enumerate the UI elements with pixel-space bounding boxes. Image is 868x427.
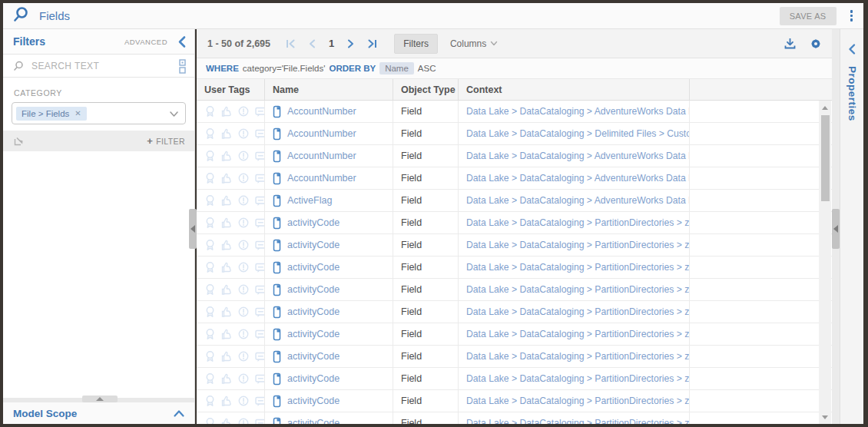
row-context-link[interactable]: Data Lake > DataCataloging > PartitionDi…	[466, 373, 690, 384]
certify-badge-icon[interactable]	[204, 105, 216, 118]
certify-badge-icon[interactable]	[204, 283, 216, 296]
category-select[interactable]: File > Fields ✕	[12, 102, 186, 124]
alert-info-icon[interactable]	[237, 150, 250, 162]
comment-icon[interactable]	[254, 418, 265, 425]
alert-info-icon[interactable]	[237, 127, 250, 140]
comment-icon[interactable]	[254, 262, 265, 273]
comment-icon[interactable]	[254, 373, 265, 385]
certify-badge-icon[interactable]	[204, 328, 216, 340]
model-scope-chevron-up-icon[interactable]	[173, 409, 185, 418]
thumbs-up-icon[interactable]	[220, 328, 233, 340]
table-row[interactable]: activityCode Field Data Lake > DataCatal…	[197, 346, 832, 368]
comment-icon[interactable]	[254, 173, 265, 184]
table-row[interactable]: ActiveFlag Field Data Lake > DataCatalog…	[197, 190, 832, 212]
thumbs-up-icon[interactable]	[220, 172, 233, 184]
row-context-link[interactable]: Data Lake > DataCataloging > PartitionDi…	[466, 329, 690, 339]
certify-badge-icon[interactable]	[204, 395, 216, 407]
alert-info-icon[interactable]	[237, 239, 250, 251]
row-context-link[interactable]: Data Lake > DataCataloging > PartitionDi…	[466, 262, 690, 273]
certify-badge-icon[interactable]	[204, 239, 216, 251]
search-options-icon[interactable]	[177, 58, 187, 74]
table-row[interactable]: activityCode Field Data Lake > DataCatal…	[197, 412, 832, 424]
row-name-link[interactable]: ActiveFlag	[287, 195, 332, 206]
last-page-icon[interactable]	[363, 36, 382, 51]
row-name-link[interactable]: activityCode	[287, 240, 340, 250]
thumbs-up-icon[interactable]	[220, 283, 233, 296]
alert-info-icon[interactable]	[237, 328, 250, 340]
row-context-link[interactable]: Data Lake > DataCataloging > AdventureWo…	[466, 173, 690, 184]
comment-icon[interactable]	[254, 151, 265, 162]
scrollbar-thumb[interactable]	[821, 115, 830, 201]
thumbs-up-icon[interactable]	[220, 395, 233, 407]
horizontal-splitter[interactable]	[3, 398, 194, 402]
comment-icon[interactable]	[254, 128, 265, 140]
row-context-link[interactable]: Data Lake > DataCataloging > Delimited F…	[466, 128, 690, 139]
row-name-link[interactable]: AccountNumber	[287, 151, 356, 161]
table-row[interactable]: AccountNumber Field Data Lake > DataCata…	[197, 167, 832, 190]
table-row[interactable]: activityCode Field Data Lake > DataCatal…	[197, 257, 832, 279]
properties-splitter-handle[interactable]	[832, 209, 840, 249]
alert-info-icon[interactable]	[237, 372, 250, 385]
table-row[interactable]: activityCode Field Data Lake > DataCatal…	[197, 323, 832, 346]
alert-info-icon[interactable]	[237, 194, 250, 207]
certify-badge-icon[interactable]	[204, 150, 216, 162]
certify-badge-icon[interactable]	[204, 372, 216, 385]
certify-badge-icon[interactable]	[204, 127, 216, 140]
sidebar-splitter-handle[interactable]	[189, 209, 197, 249]
row-context-link[interactable]: Data Lake > DataCataloging > PartitionDi…	[466, 240, 690, 250]
comment-icon[interactable]	[254, 217, 265, 229]
certify-badge-icon[interactable]	[204, 172, 216, 184]
row-name-link[interactable]: activityCode	[287, 306, 340, 317]
prev-page-icon[interactable]	[303, 36, 320, 51]
certify-badge-icon[interactable]	[204, 261, 216, 273]
row-context-link[interactable]: Data Lake > DataCataloging > AdventureWo…	[466, 151, 690, 161]
table-row[interactable]: activityCode Field Data Lake > DataCatal…	[197, 212, 832, 234]
thumbs-up-icon[interactable]	[220, 261, 233, 273]
columns-dropdown[interactable]: Columns	[450, 38, 498, 49]
save-as-button[interactable]: SAVE AS	[780, 7, 837, 25]
settings-gear-icon[interactable]	[809, 37, 823, 51]
alert-info-icon[interactable]	[237, 172, 250, 184]
row-name-link[interactable]: activityCode	[287, 396, 340, 406]
row-name-link[interactable]: activityCode	[287, 418, 340, 424]
thumbs-up-icon[interactable]	[220, 150, 233, 162]
alert-info-icon[interactable]	[237, 417, 250, 424]
alert-info-icon[interactable]	[237, 283, 250, 296]
row-name-link[interactable]: activityCode	[287, 329, 340, 339]
properties-panel[interactable]: Properties	[840, 29, 863, 424]
next-page-icon[interactable]	[343, 36, 359, 51]
row-context-link[interactable]: Data Lake > DataCataloging > PartitionDi…	[466, 396, 690, 406]
thumbs-up-icon[interactable]	[220, 372, 233, 385]
column-header-user-tags[interactable]: User Tags	[197, 79, 265, 100]
row-context-link[interactable]: Data Lake > DataCataloging > PartitionDi…	[466, 351, 690, 362]
row-name-link[interactable]: activityCode	[287, 373, 340, 384]
comment-icon[interactable]	[254, 306, 265, 318]
comment-icon[interactable]	[254, 351, 265, 362]
table-row[interactable]: AccountNumber Field Data Lake > DataCata…	[197, 123, 832, 145]
thumbs-up-icon[interactable]	[220, 239, 233, 251]
thumbs-up-icon[interactable]	[220, 194, 233, 207]
chip-close-icon[interactable]: ✕	[75, 109, 81, 118]
diagonal-arrow-icon[interactable]	[12, 134, 25, 147]
row-context-link[interactable]: Data Lake > DataCataloging > AdventureWo…	[466, 106, 690, 117]
row-context-link[interactable]: Data Lake > DataCataloging > AdventureWo…	[466, 195, 690, 206]
comment-icon[interactable]	[254, 329, 265, 340]
row-name-link[interactable]: activityCode	[287, 351, 340, 362]
comment-icon[interactable]	[254, 106, 265, 118]
thumbs-up-icon[interactable]	[220, 217, 233, 229]
scroll-up-icon[interactable]	[819, 102, 831, 113]
filters-toggle-button[interactable]: Filters	[394, 34, 438, 54]
row-context-link[interactable]: Data Lake > DataCataloging > PartitionDi…	[466, 284, 690, 295]
comment-icon[interactable]	[254, 195, 265, 207]
thumbs-up-icon[interactable]	[220, 417, 233, 424]
alert-info-icon[interactable]	[237, 261, 250, 273]
certify-badge-icon[interactable]	[204, 417, 216, 424]
row-name-link[interactable]: AccountNumber	[287, 173, 356, 184]
search-text-input[interactable]	[31, 61, 177, 71]
table-row[interactable]: activityCode Field Data Lake > DataCatal…	[197, 368, 832, 390]
column-header-context[interactable]: Context	[459, 79, 690, 100]
row-context-link[interactable]: Data Lake > DataCataloging > PartitionDi…	[466, 306, 690, 317]
alert-info-icon[interactable]	[237, 306, 250, 318]
row-context-link[interactable]: Data Lake > DataCataloging > PartitionDi…	[466, 418, 690, 424]
row-name-link[interactable]: AccountNumber	[287, 106, 356, 117]
